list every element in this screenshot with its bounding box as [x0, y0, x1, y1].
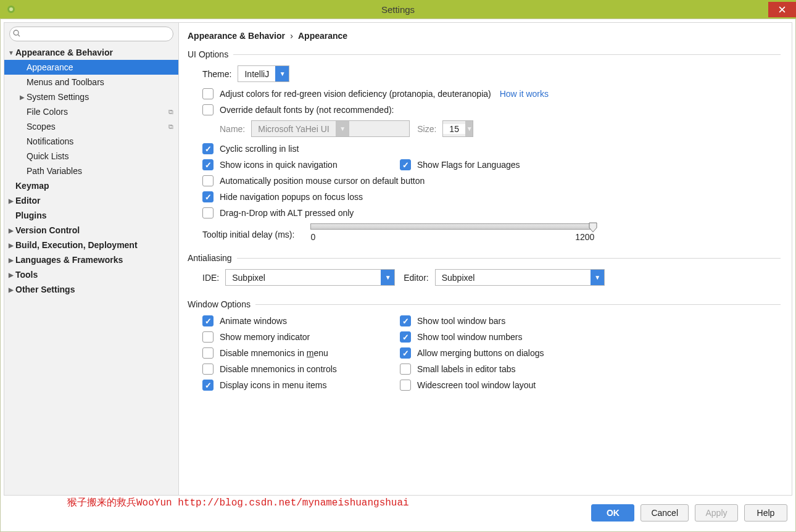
numbers-checkbox[interactable]	[400, 331, 411, 343]
tree-item[interactable]: ▶System Settings	[4, 89, 178, 104]
font-size-label: Size:	[417, 124, 436, 134]
font-size-value: 15	[443, 124, 465, 134]
icons-menu-label[interactable]: Display icons in menu items	[220, 380, 327, 390]
font-name-label: Name:	[220, 124, 245, 134]
close-button[interactable]	[768, 2, 796, 17]
widescreen-label[interactable]: Widescreen tool window layout	[417, 380, 536, 390]
section-ui-options: UI Options	[188, 49, 781, 59]
override-fonts-label[interactable]: Override default fonts by (not recommend…	[220, 105, 394, 115]
search-icon	[13, 29, 20, 39]
adjust-colors-row: Adjust colors for red-green vision defic…	[188, 88, 781, 99]
tree-item-label: Editor	[15, 196, 173, 206]
breadcrumb-parent: Appearance & Behavior	[188, 31, 285, 41]
tree-item[interactable]: ▶Languages & Frameworks	[4, 252, 178, 267]
app-icon	[6, 4, 16, 14]
override-fonts-checkbox[interactable]	[202, 104, 214, 115]
hide-nav-row: Hide navigation popups on focus loss	[188, 191, 781, 202]
watermark-text: 猴子搬来的救兵WooYun http://blog.csdn.net/mynam…	[67, 496, 409, 509]
tree-item[interactable]: ▶Build, Execution, Deployment	[4, 238, 178, 252]
tree-item[interactable]: ▶Version Control	[4, 223, 178, 238]
tree-item[interactable]: Notifications	[4, 134, 178, 149]
ok-button[interactable]: OK	[591, 504, 634, 522]
tree-item[interactable]: ▶Other Settings	[4, 282, 178, 297]
adjust-colors-checkbox[interactable]	[202, 88, 214, 99]
apply-button[interactable]: Apply	[695, 504, 738, 522]
tree-item[interactable]: Keymap	[4, 178, 178, 193]
chevron-down-icon: ▼	[591, 270, 604, 285]
theme-row: Theme: IntelliJ ▼	[188, 65, 781, 82]
animate-checkbox[interactable]	[202, 315, 214, 326]
flags-label[interactable]: Show Flags for Languages	[417, 160, 520, 170]
tree-item[interactable]: Path Variables	[4, 164, 178, 178]
tree-item[interactable]: Quick Lists	[4, 149, 178, 164]
tree-item[interactable]: File Colors⧉	[4, 104, 178, 119]
merge-label[interactable]: Allow merging buttons on dialogs	[417, 348, 544, 358]
icons-menu-checkbox[interactable]	[202, 380, 214, 391]
slider-thumb-icon[interactable]	[588, 222, 598, 233]
mn-menu-label[interactable]: Disable mnemonics in menu	[220, 348, 328, 358]
dnd-alt-row: Drag-n-Drop with ALT pressed only	[188, 207, 781, 218]
svg-line-3	[18, 35, 20, 36]
cancel-button[interactable]: Cancel	[641, 504, 689, 522]
numbers-label[interactable]: Show tool window numbers	[417, 332, 522, 342]
help-button[interactable]: Help	[744, 504, 787, 522]
window-title: Settings	[381, 4, 415, 15]
aa-ide-dropdown[interactable]: Subpixel ▼	[225, 269, 395, 286]
widescreen-checkbox[interactable]	[400, 380, 411, 391]
how-it-works-link[interactable]: How it works	[500, 89, 549, 99]
tree-item[interactable]: ▶Tools	[4, 267, 178, 282]
titlebar: Settings	[0, 0, 796, 19]
font-row: Name: Microsoft YaHei UI ▼ Size: 15 ▼	[188, 120, 781, 137]
cyclic-row: Cyclic scrolling in list	[188, 143, 781, 154]
memory-label[interactable]: Show memory indicator	[220, 332, 310, 342]
section-window-options-label: Window Options	[188, 299, 251, 309]
search-input[interactable]	[9, 27, 173, 41]
aa-editor-dropdown[interactable]: Subpixel ▼	[435, 269, 605, 286]
theme-dropdown[interactable]: IntelliJ ▼	[238, 65, 289, 82]
dnd-alt-label[interactable]: Drag-n-Drop with ALT pressed only	[220, 208, 354, 218]
tree-item[interactable]: ▼Appearance & Behavior	[4, 45, 178, 60]
font-size-dropdown: 15 ▼	[442, 120, 473, 137]
tooltip-delay-slider[interactable]: 0 1200	[310, 223, 594, 242]
animate-label[interactable]: Animate windows	[220, 316, 287, 326]
toolbars-checkbox[interactable]	[400, 315, 411, 326]
tree-item-label: Build, Execution, Deployment	[15, 240, 173, 250]
settings-tree[interactable]: ▼Appearance & BehaviorAppearanceMenus an…	[4, 44, 178, 495]
hide-nav-checkbox[interactable]	[202, 191, 214, 202]
auto-mouse-checkbox[interactable]	[202, 175, 214, 186]
tree-item[interactable]: Menus and Toolbars	[4, 75, 178, 89]
tree-item[interactable]: Appearance	[4, 60, 178, 75]
flags-checkbox[interactable]	[400, 159, 411, 170]
sidebar: ▼Appearance & BehaviorAppearanceMenus an…	[4, 23, 179, 495]
merge-checkbox[interactable]	[400, 347, 411, 359]
twisty-icon: ▶	[7, 242, 15, 249]
mn-ctrl-checkbox[interactable]	[202, 364, 214, 375]
content-panel: Appearance & Behavior › Appearance UI Op…	[179, 23, 792, 495]
tree-item[interactable]: ▶Editor	[4, 193, 178, 208]
aa-editor-value: Subpixel	[436, 273, 591, 283]
small-labels-checkbox[interactable]	[400, 364, 411, 375]
toolbars-label[interactable]: Show tool window bars	[417, 316, 505, 326]
icons-qn-label[interactable]: Show icons in quick navigation	[220, 160, 338, 170]
adjust-colors-label[interactable]: Adjust colors for red-green vision defic…	[220, 89, 491, 99]
tree-item[interactable]: Scopes⧉	[4, 119, 178, 134]
small-labels-label[interactable]: Small labels in editor tabs	[417, 364, 516, 374]
mn-ctrl-label[interactable]: Disable mnemonics in controls	[220, 364, 337, 374]
auto-mouse-label[interactable]: Automatically position mouse cursor on d…	[220, 176, 425, 186]
tree-item-label: File Colors	[27, 107, 168, 117]
tree-item-label: Keymap	[15, 181, 173, 191]
icons-qn-checkbox[interactable]	[202, 159, 214, 170]
hide-nav-label[interactable]: Hide navigation popups on focus loss	[220, 192, 363, 202]
aa-editor-label: Editor:	[404, 273, 428, 283]
mn-menu-checkbox[interactable]	[202, 347, 214, 359]
copy-icon: ⧉	[168, 123, 173, 131]
tree-item-label: Quick Lists	[27, 151, 173, 161]
cyclic-checkbox[interactable]	[202, 143, 214, 154]
cyclic-label[interactable]: Cyclic scrolling in list	[220, 144, 299, 154]
tree-item[interactable]: Plugins	[4, 208, 178, 223]
tree-item-label: Appearance & Behavior	[15, 48, 173, 57]
memory-checkbox[interactable]	[202, 331, 214, 343]
section-antialiasing: Antialiasing	[188, 253, 781, 263]
tree-item-label: Notifications	[27, 136, 173, 146]
dnd-alt-checkbox[interactable]	[202, 207, 214, 218]
